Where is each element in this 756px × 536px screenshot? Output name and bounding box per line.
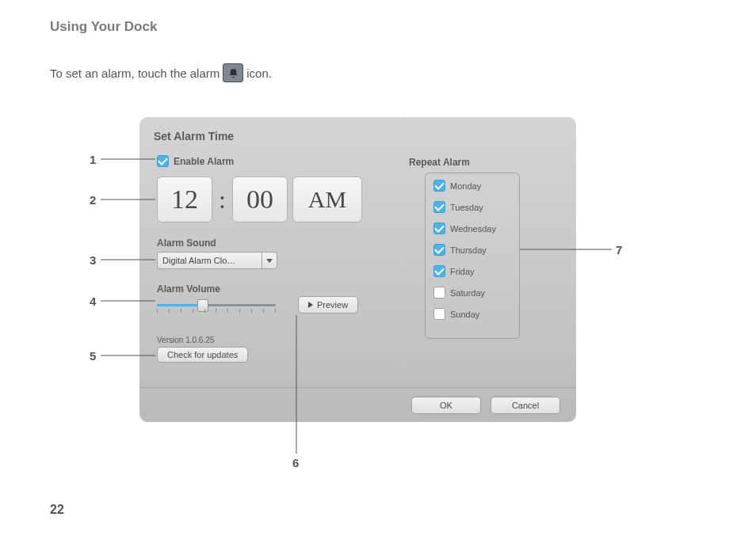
repeat-day-label: Tuesday	[450, 203, 483, 212]
alarm-icon	[223, 63, 243, 82]
slider-fill	[157, 304, 202, 306]
repeat-day-checkbox[interactable]	[433, 308, 445, 320]
repeat-day-label: Saturday	[450, 288, 485, 298]
time-picker: 12 : 00 AM	[157, 177, 362, 222]
check-updates-button[interactable]: Check for updates	[157, 347, 248, 363]
enable-alarm-label: Enable Alarm	[174, 156, 234, 167]
ok-label: OK	[440, 401, 452, 410]
callout-3: 3	[90, 253, 96, 267]
minute-field[interactable]: 00	[232, 177, 288, 222]
callout-1: 1	[90, 153, 96, 166]
time-colon: :	[217, 187, 227, 212]
repeat-days-box: MondayTuesdayWednesdayThursdayFridaySatu…	[425, 173, 520, 339]
preview-button[interactable]: Preview	[298, 296, 358, 314]
play-icon	[308, 302, 313, 308]
repeat-day-label: Thursday	[450, 245, 487, 255]
cancel-button[interactable]: Cancel	[491, 397, 560, 414]
set-alarm-dialog: Set Alarm Time Enable Alarm 12 : 00 AM A…	[139, 117, 576, 422]
intro-before: To set an alarm, touch the alarm	[50, 67, 220, 80]
repeat-day-checkbox[interactable]	[433, 222, 445, 234]
repeat-day-label: Sunday	[450, 310, 479, 319]
dialog-title: Set Alarm Time	[154, 130, 562, 143]
repeat-day-checkbox[interactable]	[433, 265, 445, 277]
page-number: 22	[50, 503, 64, 517]
ampm-field[interactable]: AM	[292, 177, 362, 222]
enable-alarm-checkbox[interactable]	[157, 155, 169, 167]
dialog-footer: OK Cancel	[139, 387, 576, 422]
repeat-day-checkbox[interactable]	[433, 244, 445, 256]
repeat-day-row[interactable]: Tuesday	[433, 201, 511, 213]
repeat-day-row[interactable]: Sunday	[433, 308, 511, 320]
repeat-day-label: Monday	[450, 181, 481, 191]
repeat-day-row[interactable]: Thursday	[433, 244, 511, 256]
cancel-label: Cancel	[512, 401, 539, 410]
preview-label: Preview	[317, 300, 348, 310]
alarm-volume-slider[interactable]	[157, 299, 276, 315]
callout-6: 6	[292, 456, 299, 469]
ok-button[interactable]: OK	[411, 397, 481, 414]
hour-field[interactable]: 12	[157, 177, 212, 222]
repeat-day-checkbox[interactable]	[433, 287, 445, 298]
callout-2: 2	[90, 193, 96, 207]
alarm-sound-dropdown[interactable]: Digital Alarm Clo…	[157, 252, 277, 269]
repeat-day-row[interactable]: Friday	[433, 265, 511, 277]
repeat-day-row[interactable]: Wednesday	[433, 222, 511, 234]
version-text: Version 1.0.6.25	[157, 336, 214, 344]
alarm-sound-value: Digital Alarm Clo…	[158, 253, 262, 268]
intro-text: To set an alarm, touch the alarm icon.	[50, 63, 272, 82]
repeat-day-checkbox[interactable]	[433, 201, 445, 213]
enable-alarm-row[interactable]: Enable Alarm	[157, 155, 234, 167]
callout-5: 5	[90, 349, 96, 363]
repeat-day-row[interactable]: Saturday	[433, 287, 511, 298]
callout-7: 7	[616, 243, 622, 257]
repeat-alarm-label: Repeat Alarm	[409, 157, 470, 168]
page-title: Using Your Dock	[50, 19, 157, 35]
alarm-sound-label: Alarm Sound	[157, 238, 216, 249]
check-updates-label: Check for updates	[167, 350, 238, 359]
alarm-volume-label: Alarm Volume	[157, 283, 220, 295]
intro-after: icon.	[246, 67, 272, 80]
dropdown-arrow-icon	[262, 253, 277, 268]
repeat-day-label: Friday	[450, 267, 475, 276]
repeat-day-label: Wednesday	[450, 224, 496, 234]
repeat-day-row[interactable]: Monday	[433, 180, 511, 192]
repeat-day-checkbox[interactable]	[433, 180, 445, 192]
slider-ticks	[157, 309, 276, 314]
callout-4: 4	[90, 295, 96, 308]
